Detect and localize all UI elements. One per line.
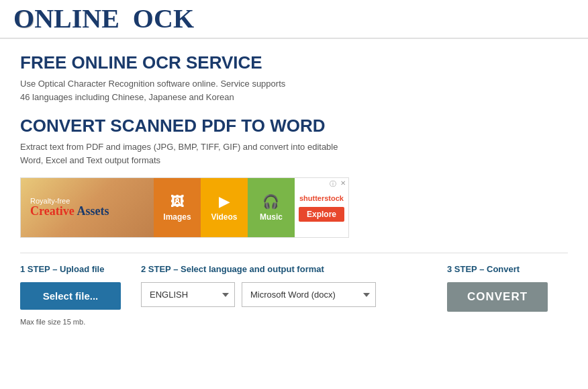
logo-letter-n: N xyxy=(34,5,54,32)
step2-selects: ENGLISHFRENCHGERMANSPANISHITALIANPORTUGU… xyxy=(141,282,434,307)
ad-music-icon: 🎧 xyxy=(262,193,279,210)
step3-block: 3 STEP – Convert CONVERT xyxy=(447,264,568,312)
steps-section: 1 STEP – Upload file Select file... Max … xyxy=(20,253,568,326)
ad-close-icon[interactable]: ✕ xyxy=(340,179,346,187)
logo-letter-l: L xyxy=(54,5,72,32)
ad-assets-text: Assets xyxy=(77,204,109,218)
ad-music-category[interactable]: 🎧 Music xyxy=(248,178,295,237)
logo-letter-n2: N xyxy=(82,5,101,32)
logo-letter-o2: O xyxy=(133,5,154,32)
logo-letter-i: I xyxy=(72,5,83,32)
convert-title: CONVERT SCANNED PDF TO WORD xyxy=(20,116,568,136)
max-file-note: Max file size 15 mb. xyxy=(20,318,128,326)
ad-banner: Royalty-free Creative Assets ⓘ ✕ 🖼 Image… xyxy=(20,177,349,238)
convert-description: Extract text from PDF and images (JPG, B… xyxy=(20,140,568,167)
step1-block: 1 STEP – Upload file Select file... Max … xyxy=(20,264,141,326)
ad-right-panel: ⓘ ✕ 🖼 Images ▶ Videos 🎧 Music shuttersto… xyxy=(154,178,348,237)
logo-letter-k: K xyxy=(173,5,194,32)
service-title: FREE ONLINE OCR SERVICE xyxy=(20,52,568,73)
step2-block: 2 STEP – Select language and output form… xyxy=(141,264,447,307)
step2-label: 2 STEP – Select language and output form… xyxy=(141,264,434,274)
ad-videos-category[interactable]: ▶ Videos xyxy=(201,178,248,237)
ad-left-panel: Royalty-free Creative Assets xyxy=(21,178,154,237)
logo: O N L I N E O C K xyxy=(13,5,194,32)
main-content: FREE ONLINE OCR SERVICE Use Optical Char… xyxy=(0,39,588,339)
convert-button[interactable]: CONVERT xyxy=(447,282,548,312)
logo-letter-o: O xyxy=(13,5,34,32)
ad-videos-icon: ▶ xyxy=(219,193,229,210)
logo-letter-e: E xyxy=(101,5,119,32)
logo-spacer xyxy=(119,5,133,32)
format-select[interactable]: Microsoft Word (docx)Microsoft Excel (xl… xyxy=(242,282,376,307)
ad-images-category[interactable]: 🖼 Images xyxy=(154,178,201,237)
step3-label: 3 STEP – Convert xyxy=(447,264,568,274)
step1-label: 1 STEP – Upload file xyxy=(20,264,128,274)
select-file-button[interactable]: Select file... xyxy=(20,282,121,310)
logo-letter-c: C xyxy=(154,5,173,32)
ad-shutterstock-logo: shutterstock xyxy=(299,193,344,203)
ad-creative-text: Creative xyxy=(30,204,75,218)
ad-explore-button[interactable]: Explore xyxy=(299,207,344,222)
ad-images-icon: 🖼 xyxy=(170,194,184,210)
ad-info-icon[interactable]: ⓘ xyxy=(330,179,336,189)
header: O N L I N E O C K xyxy=(0,0,588,39)
ad-shutterstock-panel: shutterstock Explore xyxy=(295,178,348,237)
language-select[interactable]: ENGLISHFRENCHGERMANSPANISHITALIANPORTUGU… xyxy=(141,282,235,307)
service-description: Use Optical Character Recognition softwa… xyxy=(20,77,568,103)
